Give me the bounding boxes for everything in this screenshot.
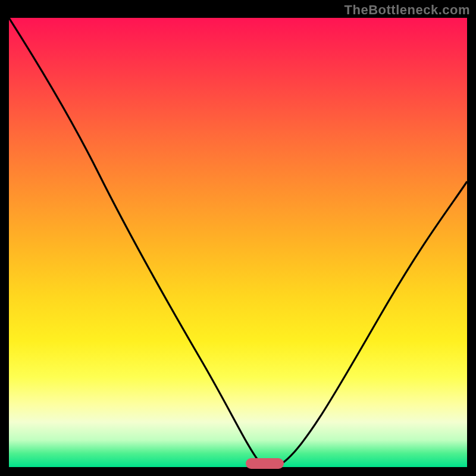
chart-frame: TheBottleneck.com: [0, 0, 476, 476]
bottleneck-curve: [9, 18, 467, 465]
plot-area: [9, 18, 467, 467]
watermark-text: TheBottleneck.com: [345, 2, 470, 18]
optimum-marker: [246, 458, 284, 469]
curve-svg: [9, 18, 467, 467]
